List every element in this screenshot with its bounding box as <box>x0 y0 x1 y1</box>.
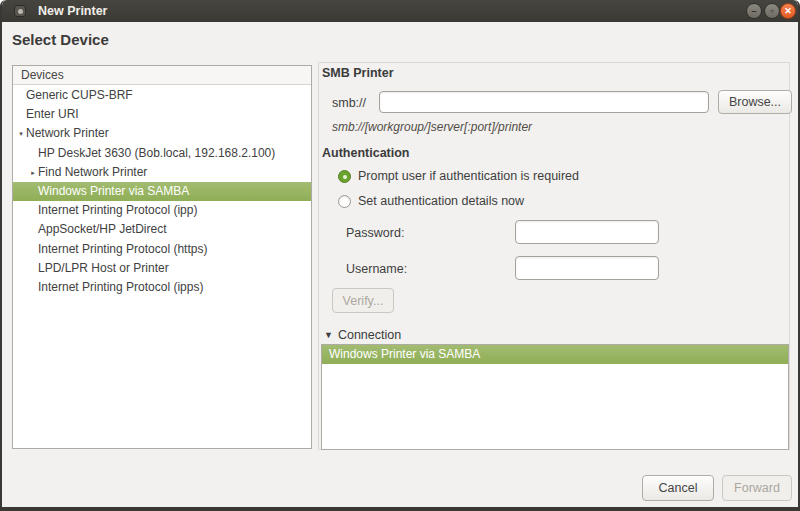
radio-icon[interactable] <box>338 195 351 208</box>
smb-uri-input[interactable] <box>379 91 709 113</box>
page-title: Select Device <box>12 31 109 48</box>
device-row[interactable]: Internet Printing Protocol (ipps) <box>13 278 311 297</box>
cancel-button[interactable]: Cancel <box>642 475 714 501</box>
auth-section-title: Authentication <box>322 146 410 160</box>
devices-list: Generic CUPS-BRFEnter URI▾Network Printe… <box>13 86 311 448</box>
expander-icon[interactable]: ▸ <box>28 163 38 182</box>
device-label: Internet Printing Protocol (https) <box>38 240 207 259</box>
devices-panel: Devices Generic CUPS-BRFEnter URI▾Networ… <box>12 65 312 449</box>
connection-title: Connection <box>338 328 401 342</box>
device-row[interactable]: ▾Network Printer <box>13 124 311 143</box>
expander-icon[interactable]: ▾ <box>16 124 26 143</box>
username-field[interactable] <box>515 256 659 280</box>
connection-list: Windows Printer via SAMBA <box>321 344 789 450</box>
radio-label: Prompt user if authentication is require… <box>358 169 579 183</box>
password-label: Password: <box>346 226 404 240</box>
device-row[interactable]: HP DeskJet 3630 (Bob.local, 192.168.2.10… <box>13 144 311 163</box>
device-label: Find Network Printer <box>38 163 147 182</box>
devices-column-header[interactable]: Devices <box>13 66 311 85</box>
connection-expander[interactable]: ▼ Connection <box>324 327 401 342</box>
maximize-button[interactable]: ▫ <box>764 3 780 19</box>
radio-label: Set authentication details now <box>358 194 524 208</box>
username-label: Username: <box>346 262 407 276</box>
minimize-button[interactable]: – <box>746 3 762 19</box>
device-label: Generic CUPS-BRF <box>26 86 133 105</box>
device-row[interactable]: LPD/LPR Host or Printer <box>13 259 311 278</box>
forward-button[interactable]: Forward <box>722 475 792 501</box>
smb-scheme-label: smb:// <box>332 96 366 110</box>
device-row[interactable]: Internet Printing Protocol (https) <box>13 240 311 259</box>
radio-icon[interactable] <box>338 170 351 183</box>
radio-option[interactable]: Set authentication details now <box>338 193 524 209</box>
device-label: Windows Printer via SAMBA <box>38 182 189 201</box>
device-label: Internet Printing Protocol (ipps) <box>38 278 203 297</box>
device-label: LPD/LPR Host or Printer <box>38 259 169 278</box>
device-label: Enter URI <box>26 105 79 124</box>
device-row[interactable]: Enter URI <box>13 105 311 124</box>
device-row[interactable]: Internet Printing Protocol (ipp) <box>13 201 311 220</box>
device-row[interactable]: Windows Printer via SAMBA <box>13 182 311 201</box>
password-field[interactable] <box>515 220 659 244</box>
device-row[interactable]: Generic CUPS-BRF <box>13 86 311 105</box>
device-row[interactable]: AppSocket/HP JetDirect <box>13 220 311 239</box>
device-label: HP DeskJet 3630 (Bob.local, 192.168.2.10… <box>38 144 275 163</box>
device-label: Internet Printing Protocol (ipp) <box>38 201 197 220</box>
device-row[interactable]: ▸Find Network Printer <box>13 163 311 182</box>
radio-option[interactable]: Prompt user if authentication is require… <box>338 168 579 184</box>
printer-icon <box>14 5 26 17</box>
new-printer-dialog: New Printer – ▫ ✕ Select Device Devices … <box>0 0 800 511</box>
device-label: Network Printer <box>26 124 109 143</box>
connection-row[interactable]: Windows Printer via SAMBA <box>322 345 788 364</box>
titlebar[interactable]: New Printer – ▫ ✕ <box>2 0 798 22</box>
chevron-down-icon: ▼ <box>324 330 333 340</box>
device-label: AppSocket/HP JetDirect <box>38 220 167 239</box>
smb-section-title: SMB Printer <box>322 66 394 80</box>
close-button[interactable]: ✕ <box>780 3 796 19</box>
browse-button[interactable]: Browse... <box>718 90 792 114</box>
window-title: New Printer <box>38 0 107 22</box>
smb-uri-hint: smb://[workgroup/]server[:port]/printer <box>332 120 532 134</box>
verify-button[interactable]: Verify... <box>332 288 394 313</box>
